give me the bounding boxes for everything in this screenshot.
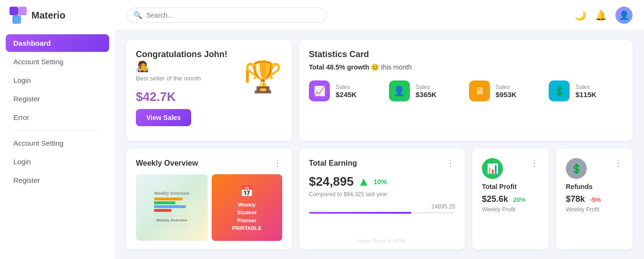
stat-icon-sales-4: 💲 <box>549 80 570 101</box>
stats-growth: Total 48.5% growth 😊 this month <box>309 63 623 71</box>
dark-mode-icon[interactable]: 🌙 <box>574 10 586 21</box>
profit-menu[interactable]: ⋮ <box>530 158 539 169</box>
stat-info-2: Sales $365K <box>416 84 437 99</box>
sidebar-item-dashboard[interactable]: Dashboard <box>6 34 109 52</box>
sidebar-item-login-2[interactable]: Login <box>6 153 109 170</box>
profit-title: Total Profit <box>482 183 539 190</box>
weekly-overview-header: Weekly Overview ⋮ <box>136 158 282 169</box>
total-profit-card: 📊 ⋮ Total Profit $25.6k 20% Weekly Profi… <box>472 149 549 249</box>
earning-bar-value: 24895.25 <box>309 203 455 210</box>
stat-info-4: Sales $115K <box>575 84 596 99</box>
notification-icon[interactable]: 🔔 <box>595 10 607 21</box>
stat-icon-sales-3: 🖥 <box>469 80 490 101</box>
view-sales-button[interactable]: View Sales <box>136 109 191 126</box>
total-earning-card: Total Earning ⋮ $24,895 ▲ 10% Compared t… <box>299 149 465 249</box>
stats-title: Statistics Card <box>309 50 623 60</box>
stat-item-sales-2: 👤 Sales $365K <box>389 80 463 101</box>
stats-grid: 📈 Sales $245K 👤 Sales $365K 🖥 <box>309 80 623 101</box>
svg-rect-1 <box>18 7 27 15</box>
refunds-title: Refunds <box>566 183 623 190</box>
weekly-overview-card: Weekly Overview ⋮ Weekly Overview <box>126 149 292 249</box>
earning-compare: Compared to $84,325 last year <box>309 191 455 198</box>
congrats-card: Congratulations John! 🧑‍🎤 Best seller of… <box>126 40 292 141</box>
header: 🔍 🌙 🔔 👤 <box>115 0 644 30</box>
stats-this-month: this month <box>381 63 412 71</box>
sidebar-item-register-1[interactable]: Register <box>6 90 109 108</box>
earning-bar-container: 24895.25 <box>309 203 455 214</box>
stat-icon-sales-1: 📈 <box>309 80 330 101</box>
profit-amount-row: $25.6k 20% <box>482 194 539 204</box>
weekly-overview-menu[interactable]: ⋮ <box>273 158 282 169</box>
refunds-header: 💲 ⋮ <box>566 158 623 183</box>
weekly-img-1: Weekly Overview Weekly Overview <box>136 174 208 241</box>
refunds-label: Weekly Profit <box>566 206 623 213</box>
search-bar[interactable]: 🔍 <box>126 8 327 23</box>
avatar[interactable]: 👤 <box>615 7 633 24</box>
sidebar-item-login-1[interactable]: Login <box>6 71 109 89</box>
profit-label: Weekly Profit <box>482 206 539 213</box>
svg-rect-0 <box>10 7 18 15</box>
stats-growth-emoji: 😊 <box>371 63 379 71</box>
weekly-images: Weekly Overview Weekly Overview <box>136 174 282 241</box>
nav-divider <box>11 130 103 130</box>
profit-amount: $25.6k <box>482 194 508 204</box>
refunds-amount: $78k <box>566 194 585 204</box>
main-area: 🔍 🌙 🔔 👤 Congratulations John! 🧑‍🎤 Best s… <box>115 0 644 259</box>
weekly-overview-title: Weekly Overview <box>136 159 198 168</box>
sidebar-item-error[interactable]: Error <box>6 109 109 126</box>
total-earning-title: Total Earning <box>309 159 357 168</box>
sidebar-item-register-2[interactable]: Register <box>6 171 109 189</box>
stat-info-3: Sales $953K <box>496 84 517 99</box>
profit-header: 📊 ⋮ <box>482 158 539 183</box>
content-grid: Congratulations John! 🧑‍🎤 Best seller of… <box>115 30 644 259</box>
stat-item-sales-4: 💲 Sales $115K <box>549 80 623 101</box>
sidebar-item-account-setting-2[interactable]: Account Setting <box>6 134 109 152</box>
stat-icon-sales-2: 👤 <box>389 80 410 101</box>
total-earning-menu[interactable]: ⋮ <box>446 158 455 169</box>
earning-bar <box>309 212 455 214</box>
materio-logo-icon <box>10 7 27 24</box>
search-icon: 🔍 <box>133 11 143 20</box>
svg-rect-2 <box>12 15 21 24</box>
sidebar-logo: Materio <box>0 0 115 30</box>
weekly-img-2: 📅 WeeklyStudentPlannerPRINTABLE <box>212 174 283 241</box>
refunds-menu[interactable]: ⋮ <box>614 158 623 169</box>
congrats-title: Congratulations John! <box>136 50 282 60</box>
watermark-line1: Vuejs, React & HTML <box>357 238 407 244</box>
total-earning-header: Total Earning ⋮ <box>309 158 455 169</box>
refunds-icon: 💲 <box>566 158 587 179</box>
profit-percent: 20% <box>513 196 526 203</box>
earning-bar-fill <box>309 212 411 214</box>
earning-amount: $24,895 ▲ 10% <box>309 174 455 189</box>
stat-info-1: Sales $245K <box>336 84 357 99</box>
search-input[interactable] <box>146 11 319 19</box>
stat-item-sales-3: 🖥 Sales $953K <box>469 80 543 101</box>
sidebar-item-account-setting-1[interactable]: Account Setting <box>6 53 109 70</box>
refunds-card: 💲 ⋮ Refunds $78k -5% Weekly Profit <box>556 149 633 249</box>
stat-item-sales-1: 📈 Sales $245K <box>309 80 383 101</box>
earning-percent: 10% <box>374 178 387 186</box>
header-actions: 🌙 🔔 👤 <box>574 7 633 24</box>
watermark: Vuejs, React & HTML <box>357 238 407 244</box>
statistics-card: Statistics Card Total 48.5% growth 😊 thi… <box>299 40 633 141</box>
stats-growth-text: Total 48.5% growth <box>309 63 369 71</box>
profit-icon: 📊 <box>482 158 503 179</box>
refunds-percent: -5% <box>590 196 601 203</box>
sidebar-nav: Dashboard Account Setting Login Register… <box>0 30 115 193</box>
refunds-amount-row: $78k -5% <box>566 194 623 204</box>
trophy-icon: 🏆 <box>244 59 282 95</box>
earning-arrow: ▲ <box>358 174 370 189</box>
app-name: Materio <box>31 10 65 21</box>
sidebar: Materio Dashboard Account Setting Login … <box>0 0 115 259</box>
